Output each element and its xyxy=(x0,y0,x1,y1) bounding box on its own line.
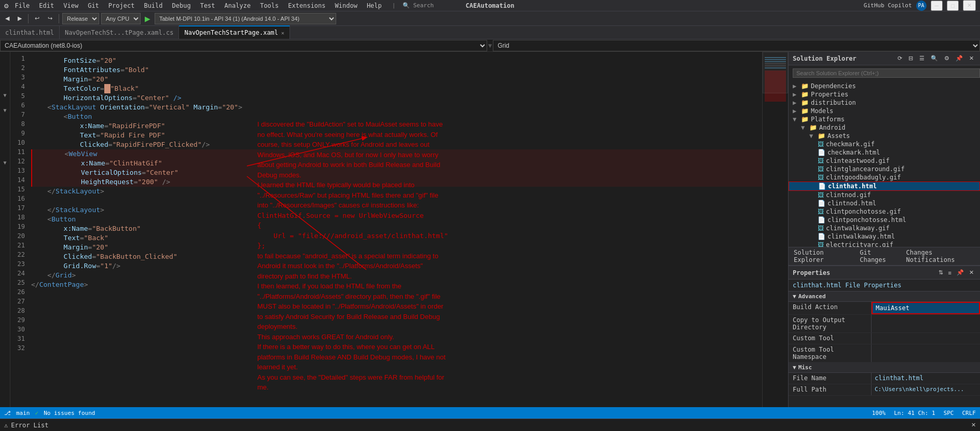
props-category-btn[interactable]: ≡ xyxy=(946,268,954,277)
tree-item-clinteastwood-gif[interactable]: 🖼 clinteastwood.gif xyxy=(789,157,980,165)
tree-item-clintgoodbadugly-gif[interactable]: 🖼 clintgoodbadugly.gif xyxy=(789,173,980,182)
window-title: CAEAutomation xyxy=(466,2,515,9)
menu-debug[interactable]: Debug xyxy=(169,2,194,9)
menu-test[interactable]: Test xyxy=(197,2,218,9)
tree-item-clintwalkaway-gif[interactable]: 🖼 clintwalkaway.gif xyxy=(789,224,980,232)
release-dropdown[interactable]: Release xyxy=(62,13,99,24)
tab-navopentechst[interactable]: NavOpenTechSt...tPage.xaml.cs xyxy=(60,25,180,39)
file-icon-gif-clintglancearound: 🖼 xyxy=(818,165,824,173)
tree-item-electricityarc-gif[interactable]: 🖼 electricityarc.gif xyxy=(789,241,980,247)
tree-item-clintponchotos-gif[interactable]: 🖼 clintponchotosse.gif xyxy=(789,207,980,216)
tree-item-distribution[interactable]: ▶ 📁 distribution xyxy=(789,99,980,107)
file-icon-gif-clinteastwood: 🖼 xyxy=(818,157,824,164)
props-value-build-action[interactable]: MauiAsset xyxy=(872,302,980,314)
settings-se-btn[interactable]: ⚙ xyxy=(942,54,951,63)
menu-project[interactable]: Project xyxy=(105,2,138,9)
props-row-fullpath: Full Path C:\Users\nkell\projects... xyxy=(789,384,980,396)
menu-extensions[interactable]: Extensions xyxy=(285,2,328,9)
title-bar-left: ⚙ File Edit View Git Project Build Debug… xyxy=(4,2,434,10)
search-solution-input[interactable] xyxy=(793,68,980,78)
props-key-build-action: Build Action xyxy=(789,302,872,314)
tree-label-clintwalkaway-gif: clintwalkaway.gif xyxy=(826,225,890,232)
tab-close-icon[interactable]: ✕ xyxy=(281,30,284,36)
line-ending-indicator[interactable]: CRLF xyxy=(962,410,976,416)
menu-analyze[interactable]: Analyze xyxy=(222,2,254,9)
tree-label-clintponchotos-html: clintponchotosse.html xyxy=(827,216,906,224)
undo-btn[interactable]: ↩ xyxy=(32,14,43,23)
misc-section-header[interactable]: ▼ Misc xyxy=(789,363,980,373)
error-list-label[interactable]: Error List xyxy=(11,422,48,429)
minimize-btn[interactable]: ─ xyxy=(931,1,943,11)
collapse-all-btn[interactable]: ⊟ xyxy=(906,54,915,63)
context-left-dropdown[interactable]: CAEAutomation (net8.0-ios) xyxy=(0,40,487,51)
tree-item-properties[interactable]: ▶ 📁 Properties xyxy=(789,90,980,99)
tree-item-checkmark-html[interactable]: 📄 checkmark.html xyxy=(789,148,980,157)
forward-btn[interactable]: ▶ xyxy=(15,14,25,23)
sync-btn[interactable]: ⟳ xyxy=(895,54,904,63)
advanced-section-header[interactable]: ▼ Advanced xyxy=(789,291,980,302)
tab-navopentechstartpage[interactable]: NavOpenTechStartPage.xaml ✕ xyxy=(179,25,290,39)
tree-item-platforms[interactable]: ▼ 📁 Platforms xyxy=(789,115,980,123)
tree-item-models[interactable]: ▶ 📁 Models xyxy=(789,107,980,115)
menu-help[interactable]: Help xyxy=(364,2,385,9)
menu-git[interactable]: Git xyxy=(85,2,102,9)
tree-item-checkmark-gif[interactable]: 🖼 checkmark.gif xyxy=(789,140,980,148)
tree-expand-arrow-dist: ▶ xyxy=(793,99,801,106)
cpu-dropdown[interactable]: Any CPU xyxy=(101,13,141,24)
menu-edit[interactable]: Edit xyxy=(36,2,57,9)
filter-btn[interactable]: ☰ xyxy=(917,54,927,63)
tree-label-android: Android xyxy=(819,124,846,131)
props-value-custom-tool-ns[interactable] xyxy=(872,344,980,362)
props-row-filename: File Name clinthat.html xyxy=(789,373,980,384)
status-right: 100% Ln: 41 Ch: 1 SPC CRLF xyxy=(872,410,976,416)
props-sort-btn[interactable]: ⇅ xyxy=(936,268,945,277)
maximize-btn[interactable]: □ xyxy=(947,1,959,11)
menu-view[interactable]: View xyxy=(60,2,81,9)
search-se-btn[interactable]: 🔍 xyxy=(929,54,940,63)
close-btn[interactable]: ✕ xyxy=(963,0,976,11)
props-pin-btn[interactable]: 📌 xyxy=(955,268,966,277)
menu-window[interactable]: Window xyxy=(332,2,361,9)
device-dropdown[interactable]: Tablet M-DPI 10.1in - API 34 (1) (Androi… xyxy=(155,13,336,24)
error-bar: ⚠ Error List ✕ xyxy=(0,419,980,431)
status-checkmark-icon: ✓ xyxy=(35,410,39,416)
tree-item-assets[interactable]: ▼ 📁 Assets xyxy=(789,132,980,140)
props-row-copy-output: Copy to Output Directory xyxy=(789,315,980,333)
tree-item-clintponchotos-html[interactable]: 📄 clintponchotosse.html xyxy=(789,216,980,224)
menu-build[interactable]: Build xyxy=(141,2,165,9)
tree-label-checkmark-html: checkmark.html xyxy=(827,149,880,156)
tree-label-assets: Assets xyxy=(827,132,850,140)
redo-btn[interactable]: ↪ xyxy=(45,14,56,23)
close-se-btn[interactable]: ✕ xyxy=(967,54,976,63)
context-right-dropdown[interactable]: Grid xyxy=(493,40,980,51)
no-issues-label: No issues found xyxy=(44,410,95,416)
collapse-gutter: ▼ ▼ ▼ xyxy=(0,52,10,407)
tree-item-clintnod-html[interactable]: 📄 clintnod.html xyxy=(789,199,980,207)
code-editor-content[interactable]: FontSize="20" FontAttributes="Bold" Marg… xyxy=(29,52,762,407)
tab-notifications[interactable]: Changes Notifications xyxy=(901,247,980,265)
tab-solution-explorer[interactable]: Solution Explorer xyxy=(789,247,854,265)
tree-expand-arrow-assets: ▼ xyxy=(809,132,818,140)
run-btn[interactable]: ▶ xyxy=(143,15,153,23)
error-bar-close-btn[interactable]: ✕ xyxy=(971,422,976,428)
tree-item-android[interactable]: ▼ 📁 Android xyxy=(789,123,980,132)
tree-label-clintponchotos-gif: clintponchotosse.gif xyxy=(826,208,901,215)
right-panel: Solution Explorer ⟳ ⊟ ☰ 🔍 ⚙ 📌 ✕ ▶ 📁 Depe… xyxy=(788,52,980,407)
zoom-level[interactable]: 100% xyxy=(872,410,886,416)
tree-item-clintglancearound-gif[interactable]: 🖼 clintglancearound.gif xyxy=(789,165,980,173)
tree-item-clintnod-gif[interactable]: 🖼 clintnod.gif xyxy=(789,191,980,199)
tab-git-changes[interactable]: Git Changes xyxy=(854,247,901,265)
avatar[interactable]: PA xyxy=(916,1,927,11)
pin-se-btn[interactable]: 📌 xyxy=(954,54,965,63)
tree-item-clintwalkaway-html[interactable]: 📄 clintwalkaway.html xyxy=(789,232,980,241)
menu-file[interactable]: File xyxy=(11,2,33,9)
tab-clinthat-html[interactable]: clinthat.html xyxy=(0,25,60,39)
props-value-custom-tool[interactable] xyxy=(872,333,980,344)
props-close-btn[interactable]: ✕ xyxy=(967,268,976,277)
menu-tools[interactable]: Tools xyxy=(257,2,282,9)
tree-item-clinthat-html[interactable]: 📄 clinthat.html xyxy=(789,182,980,191)
back-btn[interactable]: ◀ xyxy=(2,14,12,23)
props-value-copy-output[interactable] xyxy=(872,315,980,332)
folder-icon-assets: 📁 xyxy=(818,132,825,140)
tree-item-dependencies[interactable]: ▶ 📁 Dependencies xyxy=(789,82,980,90)
